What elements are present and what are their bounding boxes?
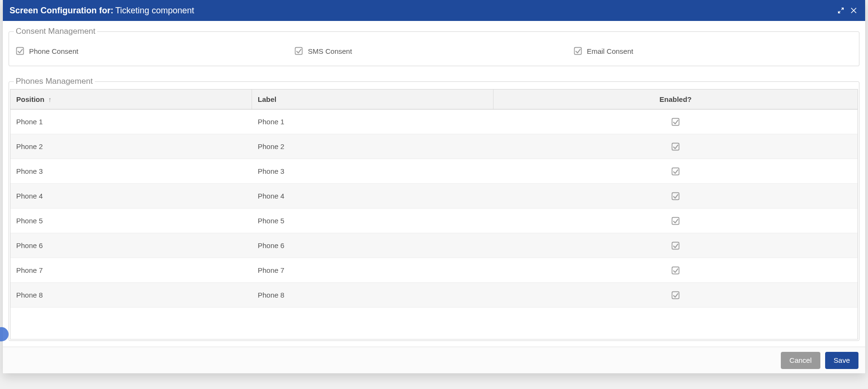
column-header-enabled[interactable]: Enabled? <box>494 90 858 109</box>
checkbox-icon[interactable] <box>671 192 680 200</box>
phones-table-header: Position ↑ Label Enabled? <box>10 90 858 110</box>
consent-item: Email Consent <box>574 47 852 55</box>
table-row[interactable]: Phone 8Phone 8 <box>10 283 858 308</box>
cell-label: Phone 5 <box>252 217 494 225</box>
modal-title-suffix: Ticketing component <box>115 6 194 16</box>
checkbox-icon[interactable] <box>16 47 24 55</box>
table-row[interactable]: Phone 6Phone 6 <box>10 233 858 258</box>
cell-label: Phone 6 <box>252 241 494 249</box>
table-row[interactable]: Phone 2Phone 2 <box>10 134 858 159</box>
cell-position: Phone 1 <box>10 118 252 126</box>
cell-label: Phone 4 <box>252 192 494 200</box>
consent-item-label: Email Consent <box>587 47 634 55</box>
cell-position: Phone 4 <box>10 192 252 200</box>
cell-enabled <box>494 291 858 299</box>
svg-rect-9 <box>672 267 679 274</box>
svg-rect-1 <box>295 48 303 55</box>
screen-configuration-modal: Screen Configuration for: Ticketing comp… <box>3 0 865 373</box>
phones-management-legend: Phones Management <box>14 77 95 86</box>
checkbox-icon[interactable] <box>671 118 680 126</box>
svg-rect-3 <box>672 118 679 125</box>
table-row[interactable]: Phone 1Phone 1 <box>10 110 858 134</box>
column-header-position-label: Position <box>16 95 44 103</box>
cell-position: Phone 2 <box>10 142 252 150</box>
modal-body: Consent Management Phone ConsentSMS Cons… <box>3 21 865 347</box>
cell-label: Phone 3 <box>252 167 494 175</box>
column-header-label-text: Label <box>258 95 276 103</box>
expand-icon[interactable] <box>837 6 845 15</box>
checkbox-icon[interactable] <box>294 47 303 55</box>
modal-footer: Cancel Save <box>3 347 865 373</box>
cell-position: Phone 3 <box>10 167 252 175</box>
svg-rect-4 <box>672 143 679 150</box>
consent-item-label: SMS Consent <box>308 47 352 55</box>
cell-enabled <box>494 192 858 200</box>
phones-management-group: Phones Management Position ↑ Label Enabl… <box>9 77 859 341</box>
cell-enabled <box>494 167 858 176</box>
table-row[interactable]: Phone 5Phone 5 <box>10 209 858 233</box>
table-row[interactable]: Phone 3Phone 3 <box>10 159 858 184</box>
checkbox-icon[interactable] <box>574 47 582 55</box>
checkbox-icon[interactable] <box>671 266 680 275</box>
cell-position: Phone 6 <box>10 241 252 249</box>
consent-management-group: Consent Management Phone ConsentSMS Cons… <box>9 27 859 66</box>
modal-title-prefix: Screen Configuration for: <box>10 6 113 16</box>
checkbox-icon[interactable] <box>671 241 680 250</box>
svg-rect-2 <box>574 48 581 55</box>
phones-table-body[interactable]: Phone 1Phone 1Phone 2Phone 2Phone 3Phone… <box>10 110 858 339</box>
column-header-enabled-text: Enabled? <box>659 95 692 103</box>
cell-position: Phone 5 <box>10 217 252 225</box>
column-header-position[interactable]: Position ↑ <box>10 90 252 109</box>
cell-enabled <box>494 142 858 151</box>
cell-label: Phone 7 <box>252 266 494 274</box>
column-header-label[interactable]: Label <box>252 90 494 109</box>
svg-rect-6 <box>672 192 679 199</box>
consent-item-label: Phone Consent <box>29 47 78 55</box>
cancel-button[interactable]: Cancel <box>781 352 820 369</box>
svg-rect-10 <box>672 291 679 299</box>
phones-table: Position ↑ Label Enabled? Phone 1Phone 1… <box>10 89 858 339</box>
cell-enabled <box>494 118 858 126</box>
checkbox-icon[interactable] <box>671 291 680 299</box>
cell-enabled <box>494 241 858 250</box>
checkbox-icon[interactable] <box>671 217 680 225</box>
svg-rect-5 <box>672 168 679 175</box>
cell-label: Phone 8 <box>252 291 494 299</box>
cell-label: Phone 1 <box>252 118 494 126</box>
save-button[interactable]: Save <box>825 352 858 369</box>
consent-management-legend: Consent Management <box>14 27 97 36</box>
cell-label: Phone 2 <box>252 142 494 150</box>
cell-enabled <box>494 217 858 225</box>
checkbox-icon[interactable] <box>671 142 680 151</box>
table-row[interactable]: Phone 7Phone 7 <box>10 258 858 283</box>
table-row[interactable]: Phone 4Phone 4 <box>10 184 858 209</box>
svg-rect-0 <box>17 48 24 55</box>
cell-position: Phone 8 <box>10 291 252 299</box>
checkbox-icon[interactable] <box>671 167 680 176</box>
consent-item: SMS Consent <box>294 47 573 55</box>
cell-enabled <box>494 266 858 275</box>
close-icon[interactable] <box>850 6 858 15</box>
modal-header: Screen Configuration for: Ticketing comp… <box>3 0 865 21</box>
cell-position: Phone 7 <box>10 266 252 274</box>
consent-item: Phone Consent <box>16 47 294 55</box>
sort-asc-icon: ↑ <box>48 96 51 103</box>
svg-rect-8 <box>672 242 679 249</box>
svg-rect-7 <box>672 217 679 224</box>
